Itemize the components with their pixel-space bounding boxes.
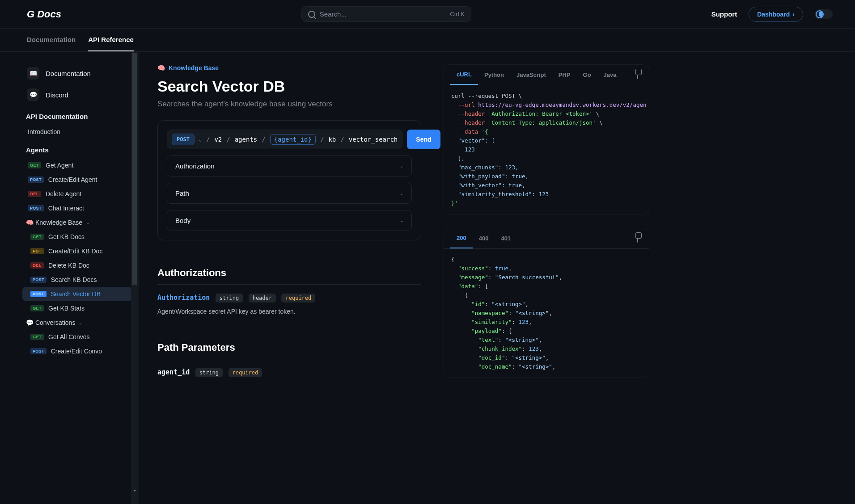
response-tab-200[interactable]: 200 [450, 228, 473, 248]
path-param-agent-id[interactable]: {agent_id} [270, 134, 316, 145]
code-text: "with_vector": true, [451, 182, 525, 189]
search-input[interactable] [320, 10, 432, 18]
sidebar-item-search-vector-db[interactable]: POST Search Vector DB [22, 287, 132, 301]
sidebar: 📖 Documentation 💬 Discord API Documentat… [0, 52, 139, 504]
method-badge: POST [30, 277, 47, 283]
sidebar-item-label: Search Vector DB [51, 290, 101, 298]
sidebar-item-delete-agent[interactable]: DEL Delete Agent [22, 187, 132, 201]
code-text: \ [593, 110, 599, 117]
collapse-body[interactable]: Body ⌄ [167, 210, 412, 231]
code-text: https://eu-vg-edge.moeaymandev.workers.d… [475, 101, 647, 108]
dashboard-button[interactable]: Dashboard › [749, 7, 803, 22]
sidebar-link-documentation[interactable]: 📖 Documentation [22, 63, 132, 84]
sidebar-item-create-edit-agent[interactable]: POST Create/Edit Agent [22, 172, 132, 187]
response-code-block: 200 400 401 { "success": true, "message"… [444, 228, 649, 378]
request-code-body[interactable]: curl --request POST \ --url https://eu-v… [444, 85, 649, 214]
discord-icon: 💬 [27, 88, 39, 101]
sidebar-item-search-kb-docs[interactable]: POST Search KB Docs [22, 273, 132, 287]
sidebar-item-label: Create/Edit Agent [48, 176, 97, 183]
path-separator: / [340, 136, 344, 143]
sidebar-scrollbar[interactable]: ▾ [131, 52, 138, 504]
theme-toggle[interactable] [815, 9, 833, 19]
param-tag-string: string [195, 368, 223, 377]
sidebar-item-label: Get Agent [46, 162, 73, 169]
sidebar-item-introduction[interactable]: Introduction [22, 125, 132, 139]
sidebar-link-discord[interactable]: 💬 Discord [22, 84, 132, 105]
code-text: "namespace" [451, 310, 508, 316]
scrollbar-down-arrow[interactable]: ▾ [132, 488, 137, 493]
request-code-block: cURL Python JavaScript PHP Go Java curl … [444, 64, 649, 214]
code-text: "similarity" [451, 319, 512, 325]
section-authorizations: Authorizations [157, 267, 421, 285]
chevron-down-icon: ⌄ [400, 191, 403, 196]
sidebar-category-conversations[interactable]: 💬 Conversations ⌄ [22, 315, 132, 330]
sidebar-item-create-edit-convo[interactable]: POST Create/Edit Convo [22, 344, 132, 358]
param-description: Agent/Workspace secret API key as bearer… [157, 308, 421, 315]
sidebar-item-label: Create/Edit Convo [51, 348, 102, 355]
content: 🧠 Knowledge Base Search Vector DB Search… [157, 64, 421, 504]
page-description: Searches the agent's knowledge base usin… [157, 100, 421, 109]
param-authorization: Authorization string header required Age… [157, 294, 421, 315]
code-text: "message" [451, 274, 488, 281]
collapse-authorization[interactable]: Authorization ⌄ [167, 155, 412, 176]
code-text: curl --request [451, 92, 502, 99]
collapse-path[interactable]: Path ⌄ [167, 183, 412, 204]
logo[interactable]: G Docs [27, 8, 61, 20]
sidebar-item-chat-interact[interactable]: POST Chat Interact [22, 201, 132, 215]
sidebar-category-knowledge-base[interactable]: 🧠 Knowledge Base ⌄ [22, 215, 132, 230]
code-text: '{ [478, 128, 488, 135]
sidebar-item-get-kb-stats[interactable]: GET Get KB Stats [22, 301, 132, 315]
breadcrumb-label: Knowledge Base [169, 64, 219, 71]
param-name: agent_id [157, 368, 190, 376]
send-button[interactable]: Send [407, 130, 440, 149]
search-shortcut: Ctrl K [450, 11, 465, 17]
code-text: 'Authorization: Bearer <token>' [485, 110, 593, 117]
code-tab-python[interactable]: Python [478, 65, 510, 84]
search-input-container[interactable]: Ctrl K [301, 6, 471, 22]
sidebar-item-label: Get KB Docs [48, 233, 85, 240]
request-card: POST ⌄ / v2 / agents / {agent_id} / kb /… [157, 120, 421, 240]
code-text: "id" [451, 301, 485, 307]
code-text: { [451, 256, 455, 263]
response-tab-401[interactable]: 401 [495, 229, 517, 248]
code-text: "text" [451, 336, 498, 343]
code-tab-curl[interactable]: cURL [450, 65, 478, 85]
sidebar-item-label: Delete KB Doc [48, 262, 89, 269]
response-code-body[interactable]: { "success": true, "message": "Search su… [444, 249, 649, 378]
method-badge: PUT [30, 248, 44, 254]
chevron-down-icon: ⌄ [400, 164, 403, 168]
method-badge: DEL [28, 191, 41, 197]
request-path: POST ⌄ / v2 / agents / {agent_id} / kb /… [167, 130, 402, 149]
param-tag-string: string [216, 294, 243, 302]
sidebar-item-delete-kb-doc[interactable]: DEL Delete KB Doc [22, 258, 132, 273]
code-text: "chunk_index" [451, 345, 522, 352]
code-tab-go[interactable]: Go [577, 65, 597, 84]
sidebar-item-create-edit-kb-doc[interactable]: PUT Create/Edit KB Doc [22, 244, 132, 258]
path-separator: / [262, 136, 265, 143]
page-title: Search Vector DB [157, 78, 421, 95]
sidebar-item-get-agent[interactable]: GET Get Agent [22, 158, 132, 172]
chevron-down-icon[interactable]: ⌄ [199, 137, 202, 142]
sidebar-item-label: Get All Convos [48, 333, 90, 340]
support-link[interactable]: Support [711, 10, 737, 18]
sidebar-item-label: Create/Edit KB Doc [48, 248, 102, 255]
sidebar-item-get-all-convos[interactable]: GET Get All Convos [22, 330, 132, 344]
code-tab-php[interactable]: PHP [552, 65, 577, 84]
param-tag-required: required [281, 294, 315, 302]
code-tab-java[interactable]: Java [597, 65, 623, 84]
response-tab-400[interactable]: 400 [473, 229, 495, 248]
code-text: "similarity_threshold": 123 [451, 191, 549, 197]
code-tab-javascript[interactable]: JavaScript [510, 65, 552, 84]
tab-api-reference[interactable]: API Reference [88, 29, 134, 51]
param-agent-id: agent_id string required [157, 368, 421, 377]
tab-documentation[interactable]: Documentation [27, 29, 76, 51]
sidebar-link-label: Documentation [46, 70, 91, 77]
method-pill: POST [172, 134, 195, 145]
copy-button[interactable] [633, 230, 643, 247]
sidebar-item-get-kb-docs[interactable]: GET Get KB Docs [22, 230, 132, 244]
code-text: "max_chunks": 123, [451, 164, 519, 171]
breadcrumb[interactable]: 🧠 Knowledge Base [157, 64, 421, 71]
scrollbar-thumb[interactable] [132, 53, 137, 285]
chat-icon: 💬 Conversations [26, 319, 75, 326]
copy-button[interactable] [633, 67, 643, 84]
